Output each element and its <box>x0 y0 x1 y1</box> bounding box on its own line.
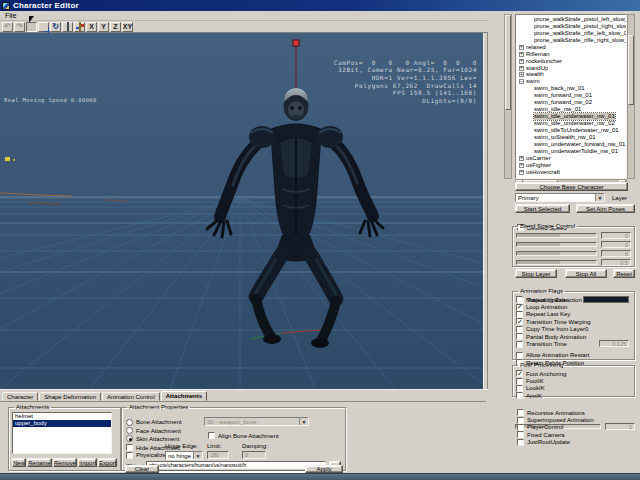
checkbox-icon[interactable] <box>516 392 523 399</box>
axis-z-button[interactable]: Z <box>110 22 121 32</box>
tree-item[interactable]: prone_walkStrafe_rifle_right_slow_0 <box>516 37 626 44</box>
tree-item[interactable]: prone_walkStrafe_pistol_left_slow_l <box>516 16 626 23</box>
manual-update-bar[interactable] <box>583 296 629 303</box>
tree-item[interactable]: swim <box>516 78 626 85</box>
checkbox-icon[interactable] <box>516 304 523 311</box>
undo-icon[interactable]: ↶ <box>2 22 13 32</box>
tree-expander-icon[interactable] <box>519 66 524 71</box>
tree-item[interactable]: swim_idle_underwater_nw_02 <box>516 120 626 127</box>
axis-x-button[interactable]: X <box>86 22 97 32</box>
attachment-list-item[interactable]: helmet <box>13 413 111 420</box>
attachment-action-button[interactable]: Export <box>98 458 117 467</box>
checkbox-icon[interactable] <box>516 318 523 325</box>
blend-value-field[interactable]: 0 <box>601 232 631 239</box>
attachment-action-button[interactable]: New <box>12 458 26 467</box>
checkbox-icon[interactable] <box>126 444 133 451</box>
animation-flag-checkbox[interactable]: Repeat Last Key <box>516 311 631 318</box>
tree-item[interactable]: swim_back_nw_01 <box>516 85 626 92</box>
blend-value-field[interactable]: 0 <box>601 241 631 248</box>
attachment-action-button[interactable]: Import <box>78 458 97 467</box>
tree-expander-icon[interactable] <box>519 45 524 50</box>
animation-flag-checkbox[interactable]: Partial Body Animation <box>516 333 631 340</box>
blend-slider[interactable] <box>516 251 597 256</box>
tree-item[interactable]: usCarrier <box>516 155 626 162</box>
checkbox-icon[interactable] <box>126 452 133 459</box>
tree-item[interactable]: stealth <box>516 72 626 79</box>
tree-item[interactable]: swim_idle_nw_01 <box>516 106 626 113</box>
animation-flag-checkbox[interactable]: Loop Animation <box>516 303 631 310</box>
tree-item[interactable]: swim_forward_nw_01 <box>516 92 626 99</box>
object-path-field[interactable]: objects/characters/human/us/nanosuit/h <box>146 461 326 469</box>
stop-layer-button[interactable]: Stop Layer <box>515 269 557 278</box>
combo-dropdown-icon[interactable]: ▼ <box>595 194 604 201</box>
checkbox-icon[interactable] <box>516 326 523 333</box>
clear-button[interactable]: Clear <box>125 465 159 473</box>
tree-item[interactable]: prone_walkStrafe_rifle_left_slow_01 <box>516 30 626 37</box>
scale-icon[interactable] <box>62 22 73 32</box>
start-selected-button[interactable]: Start Selected <box>515 204 570 213</box>
tree-scrollbar-right[interactable] <box>627 14 635 179</box>
axis-xy-button[interactable]: XY <box>122 22 133 32</box>
tree-expander-icon[interactable] <box>519 52 524 57</box>
reset-button[interactable]: Reset <box>613 269 635 278</box>
tab[interactable]: Attachments <box>161 391 207 401</box>
menu-file[interactable]: File <box>0 12 21 19</box>
checkbox-icon[interactable] <box>516 378 523 385</box>
tree-expander-icon[interactable] <box>519 163 524 168</box>
blend-slider[interactable] <box>516 233 597 238</box>
blend-slider[interactable] <box>516 242 597 247</box>
tree-item[interactable]: swim_underwaterToIdle_nw_01 <box>516 148 626 155</box>
checkbox-icon[interactable] <box>516 370 523 377</box>
stop-all-button[interactable]: Stop All <box>565 269 607 278</box>
tree-scrollbar-left[interactable] <box>504 14 512 179</box>
layer-combo[interactable]: Primary ▼ <box>515 193 605 202</box>
checkbox-icon[interactable] <box>516 352 523 359</box>
apply-button[interactable]: Apply <box>305 465 343 473</box>
tree-item[interactable]: swim_idleToUnderwater_nw_01 <box>516 127 626 134</box>
radio-icon[interactable] <box>126 419 133 426</box>
tree-item[interactable]: relaxed <box>516 44 626 51</box>
extra-flag-checkbox[interactable]: Recursive Animations <box>517 409 635 416</box>
attachment-action-button[interactable]: Remove <box>53 458 77 467</box>
animation-flag-checkbox[interactable]: Manual Update <box>516 296 631 303</box>
move-icon[interactable] <box>38 22 49 32</box>
animation-flag-checkbox[interactable]: Transition Time 0.125 <box>516 340 631 347</box>
extra-flag-checkbox[interactable]: PlayerControl <box>517 424 635 431</box>
animation-flag-checkbox[interactable]: Transition Time Warping <box>516 318 631 325</box>
checkbox-icon[interactable] <box>208 432 215 439</box>
extra-flag-checkbox[interactable]: Fixed Camera <box>517 431 635 438</box>
checkbox-icon[interactable] <box>517 417 524 424</box>
post-processing-checkbox[interactable]: LookIK <box>516 385 631 392</box>
radio-icon[interactable] <box>126 435 133 442</box>
tree-item[interactable]: swim_idle_underwater_nw_01 <box>516 113 626 120</box>
checkbox-icon[interactable] <box>517 409 524 416</box>
tree-item[interactable]: rocketluncher <box>516 58 626 65</box>
attachment-type-radio[interactable]: Bone Attachment <box>126 418 198 426</box>
viewport-3d[interactable]: CamPos= 0 0 0 Angl= 0 0 032Bit, Camera N… <box>0 33 483 389</box>
tree-expander-icon[interactable] <box>519 72 524 77</box>
radio-icon[interactable] <box>126 427 133 434</box>
tree-expander-icon[interactable] <box>519 156 524 161</box>
checkbox-icon[interactable] <box>517 424 524 431</box>
tab[interactable]: Animation Control <box>102 392 160 401</box>
tree-item[interactable]: usHovercraft <box>516 169 626 176</box>
tree-expander-icon[interactable] <box>519 59 524 64</box>
tree-item[interactable]: prone_walkStrafe_pistol_right_slow <box>516 23 626 30</box>
blend-value-field[interactable]: 0.5 <box>601 259 631 266</box>
tree-item[interactable]: swim_forward_nw_02 <box>516 99 626 106</box>
extra-flag-checkbox[interactable]: Superimposed Animation <box>517 416 635 423</box>
blend-value-field[interactable]: 0 <box>601 250 631 257</box>
post-processing-checkbox[interactable]: FootIK <box>516 377 631 384</box>
hinge-edge-combo[interactable]: no hinge ▼ <box>165 451 203 460</box>
post-processing-checkbox[interactable]: AimIK <box>516 392 631 399</box>
animation-flag-checkbox[interactable]: Allow Animation Restart <box>516 352 631 359</box>
tab[interactable]: Character <box>2 392 38 401</box>
tab[interactable]: Shape Deformation <box>39 392 101 401</box>
snap-icon[interactable] <box>74 22 85 32</box>
flag-value-field[interactable]: 0.125 <box>599 340 629 347</box>
attachment-type-radio[interactable]: Face Attachment <box>126 426 198 434</box>
set-aim-poses-button[interactable]: Set Aim Poses <box>576 204 635 213</box>
tree-item[interactable]: standUp <box>516 65 626 72</box>
tree-expander-icon[interactable] <box>519 79 524 84</box>
attachment-list-item[interactable]: upper_body <box>13 420 111 427</box>
